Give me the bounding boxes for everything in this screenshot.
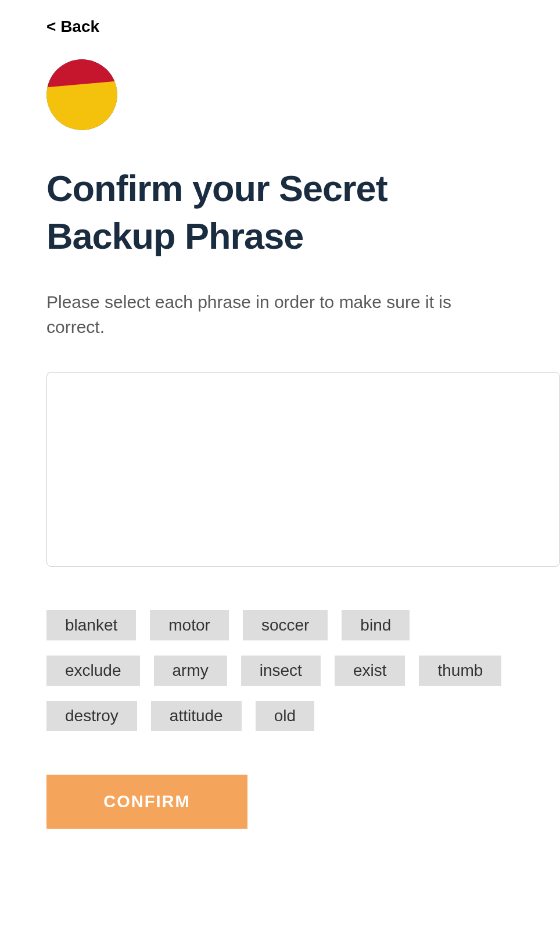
word-chip[interactable]: blanket — [46, 610, 136, 640]
word-chip[interactable]: attitude — [151, 701, 242, 731]
back-link[interactable]: < Back — [46, 17, 99, 36]
confirm-button[interactable]: CONFIRM — [46, 775, 247, 829]
word-chip[interactable]: army — [154, 656, 227, 686]
word-chip[interactable]: old — [256, 701, 314, 731]
page-title: Confirm your Secret Backup Phrase — [46, 165, 514, 260]
word-chip[interactable]: exist — [335, 656, 405, 686]
word-chip[interactable]: thumb — [419, 656, 501, 686]
word-chip[interactable]: motor — [150, 610, 229, 640]
page-description: Please select each phrase in order to ma… — [46, 289, 514, 340]
word-selection-grid: blanket motor soccer bind exclude army i… — [46, 610, 514, 731]
selected-phrase-box[interactable] — [46, 372, 560, 567]
app-logo — [46, 59, 117, 130]
word-chip[interactable]: bind — [342, 610, 410, 640]
word-chip[interactable]: soccer — [243, 610, 328, 640]
word-chip[interactable]: exclude — [46, 656, 140, 686]
logo-icon — [46, 59, 117, 130]
word-chip[interactable]: insect — [241, 656, 321, 686]
word-chip[interactable]: destroy — [46, 701, 137, 731]
